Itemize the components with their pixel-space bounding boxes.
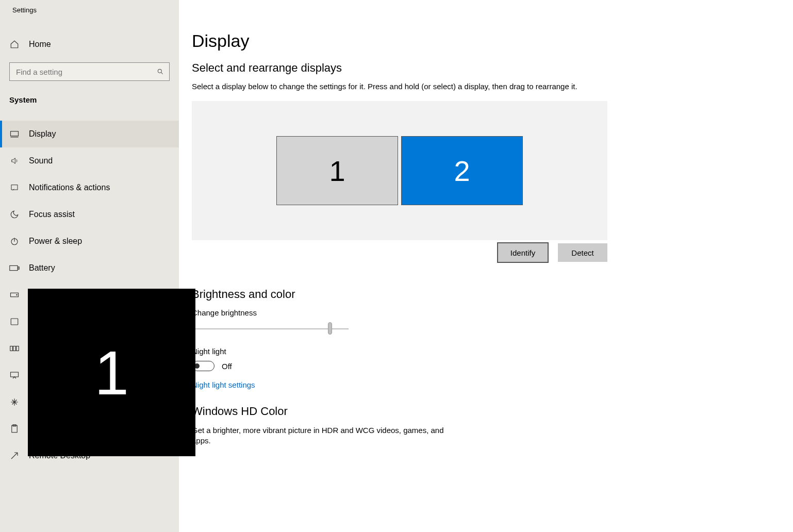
svg-rect-15 [11, 372, 19, 377]
window-title: Settings [0, 0, 179, 19]
nav-label: Notifications & actions [29, 183, 110, 192]
nav-label: Sound [29, 156, 53, 165]
shared-icon [9, 397, 20, 407]
svg-rect-2 [11, 131, 19, 136]
sound-icon [9, 157, 20, 165]
night-light-label: Night light [192, 347, 690, 356]
multitasking-icon [9, 345, 20, 352]
nav-notifications[interactable]: Notifications & actions [0, 174, 179, 201]
home-nav[interactable]: Home [0, 34, 179, 55]
monitor-1[interactable]: 1 [276, 136, 398, 205]
monitor-2[interactable]: 2 [401, 136, 523, 205]
power-icon [9, 237, 20, 246]
section-rearrange-heading: Select and rearrange displays [192, 61, 690, 75]
svg-rect-7 [10, 265, 18, 270]
section-brightness-heading: Brightness and color [192, 288, 690, 301]
svg-rect-4 [11, 185, 18, 190]
detect-button[interactable]: Detect [558, 243, 607, 262]
display-arrange-area: 1 2 [192, 101, 607, 240]
slider-thumb[interactable] [328, 322, 332, 335]
nav-sound[interactable]: Sound [0, 147, 179, 174]
nav-display[interactable]: Display [0, 121, 179, 147]
nav-label: Battery [29, 263, 55, 273]
night-light-settings-link[interactable]: Night light settings [192, 380, 255, 389]
home-icon [9, 40, 20, 49]
category-label: System [0, 81, 179, 111]
identify-overlay: 1 [28, 289, 195, 456]
right-margin [690, 0, 793, 532]
search-input[interactable] [15, 67, 157, 77]
nav-focus-assist[interactable]: Focus assist [0, 201, 179, 228]
svg-point-10 [16, 294, 18, 295]
hdr-description: Get a brighter, more vibrant picture in … [192, 425, 460, 446]
nav-label: Display [29, 129, 56, 139]
home-label: Home [29, 40, 51, 49]
main-content: Display Select and rearrange displays Se… [179, 0, 690, 532]
display-icon [9, 130, 20, 138]
notifications-icon [9, 184, 20, 192]
focus-assist-icon [9, 210, 20, 219]
tablet-icon [9, 318, 20, 326]
section-hdr-heading: Windows HD Color [192, 405, 690, 418]
nav-label: Power & sleep [29, 237, 82, 246]
search-box[interactable] [9, 62, 170, 81]
storage-icon [9, 291, 20, 298]
identify-button[interactable]: Identify [498, 243, 548, 262]
nav-battery[interactable]: Battery [0, 255, 179, 281]
clipboard-icon [9, 424, 20, 434]
svg-rect-8 [18, 267, 19, 270]
svg-rect-14 [16, 346, 19, 351]
remote-desktop-icon [9, 451, 20, 460]
svg-rect-12 [10, 346, 13, 351]
nav-label: Focus assist [29, 210, 75, 219]
change-brightness-label: Change brightness [192, 308, 690, 317]
svg-line-1 [161, 72, 163, 74]
svg-rect-13 [13, 346, 16, 351]
projecting-icon [9, 371, 20, 379]
battery-icon [9, 265, 20, 271]
night-light-state: Off [222, 362, 232, 371]
page-title: Display [192, 31, 690, 51]
rearrange-description: Select a display below to change the set… [192, 82, 656, 91]
svg-rect-11 [11, 319, 18, 325]
brightness-slider[interactable] [192, 322, 349, 335]
nav-power-sleep[interactable]: Power & sleep [0, 228, 179, 255]
search-icon [157, 68, 164, 75]
